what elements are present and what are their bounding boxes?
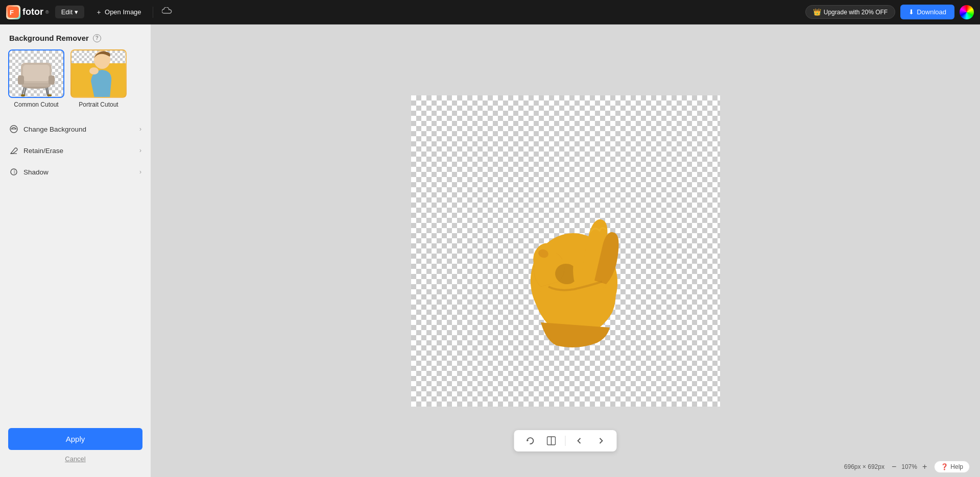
download-label: Download <box>917 8 946 16</box>
hand-image <box>495 154 648 348</box>
help-button[interactable]: ❓ Help <box>934 461 970 473</box>
help-circle-icon: ❓ <box>941 463 948 470</box>
shadow-icon <box>9 167 18 177</box>
image-dimensions: 696px × 692px <box>844 463 885 470</box>
common-cutout-thumb <box>8 49 64 98</box>
cutout-option-portrait[interactable]: Portrait Cutout <box>70 49 127 108</box>
help-label: Help <box>950 463 963 470</box>
undo-button[interactable] <box>522 434 538 447</box>
sidebar-spacer <box>0 185 151 422</box>
zoom-out-button[interactable]: − <box>890 461 898 472</box>
logo-trademark: ® <box>45 10 49 15</box>
download-icon: ⬇ <box>909 8 914 16</box>
menu-item-change-background[interactable]: Change Background › <box>0 118 151 140</box>
open-image-button[interactable]: ＋ Open Image <box>90 5 147 19</box>
svg-rect-9 <box>23 65 50 81</box>
sidebar: Background Remover ? <box>0 24 151 477</box>
sidebar-title-text: Background Remover <box>9 34 89 42</box>
download-button[interactable]: ⬇ Download <box>900 5 954 19</box>
retain-erase-icon <box>9 146 18 155</box>
topbar-divider <box>153 7 153 18</box>
change-bg-label: Change Background <box>23 125 86 133</box>
bottom-toolbar <box>514 430 617 451</box>
compare-button[interactable] <box>544 434 559 447</box>
svg-text:F: F <box>10 9 14 16</box>
canvas-area: 696px × 692px − 107% + ❓ Help <box>151 24 980 477</box>
shadow-label: Shadow <box>23 168 49 176</box>
portrait-cutout-thumb <box>70 49 127 98</box>
svg-rect-11 <box>49 76 55 85</box>
apply-button[interactable]: Apply <box>8 428 142 450</box>
topbar-right: 👑 Upgrade with 20% OFF ⬇ Download <box>805 5 974 19</box>
edit-label: Edit <box>61 8 73 16</box>
chevron-right-icon-3: › <box>139 168 141 175</box>
zoom-controls: − 107% + <box>890 461 929 472</box>
main-layout: Background Remover ? <box>0 24 980 477</box>
upgrade-button[interactable]: 👑 Upgrade with 20% OFF <box>805 5 895 19</box>
chevron-right-icon: › <box>139 125 141 133</box>
crown-icon: 👑 <box>813 8 821 16</box>
menu-item-shadow[interactable]: Shadow › <box>0 161 151 183</box>
status-bar: 696px × 692px − 107% + ❓ Help <box>844 461 970 473</box>
common-cutout-label: Common Cutout <box>14 101 58 108</box>
change-bg-icon <box>9 124 18 134</box>
forward-button[interactable] <box>593 434 609 447</box>
fotor-logo-icon: F <box>6 5 20 19</box>
help-icon[interactable]: ? <box>93 34 101 42</box>
topbar: F fotor® Edit ▾ ＋ Open Image 👑 Upgrade w… <box>0 0 980 24</box>
edit-chevron-icon: ▾ <box>75 8 78 16</box>
svg-rect-13 <box>47 94 52 96</box>
cutout-option-common[interactable]: Common Cutout <box>8 49 64 108</box>
cloud-button[interactable] <box>159 5 175 20</box>
zoom-in-button[interactable]: + <box>920 461 929 472</box>
logo: F fotor® <box>6 5 49 19</box>
menu-item-retain-erase[interactable]: Retain/Erase › <box>0 140 151 161</box>
back-button[interactable] <box>572 434 587 447</box>
portrait-cutout-label: Portrait Cutout <box>79 101 118 108</box>
cutout-options: Common Cutout <box>0 49 151 116</box>
open-image-label: Open Image <box>105 8 141 16</box>
zoom-level: 107% <box>901 463 917 470</box>
logo-text: fotor <box>22 7 43 17</box>
sidebar-title-area: Background Remover ? <box>0 24 151 49</box>
upgrade-label: Upgrade with 20% OFF <box>824 9 888 16</box>
edit-button[interactable]: Edit ▾ <box>55 6 84 18</box>
plus-icon: ＋ <box>95 8 102 17</box>
sidebar-menu: Change Background › Retain/Erase › <box>0 116 151 185</box>
chevron-right-icon-2: › <box>139 147 141 154</box>
canvas-container <box>411 95 720 407</box>
color-wheel-button[interactable] <box>960 5 974 19</box>
toolbar-divider <box>565 436 566 446</box>
sidebar-actions: Apply Cancel <box>0 422 151 472</box>
retain-erase-label: Retain/Erase <box>23 147 63 155</box>
svg-rect-12 <box>21 94 25 96</box>
svg-rect-10 <box>18 76 24 85</box>
svg-point-20 <box>89 67 99 74</box>
cancel-button[interactable]: Cancel <box>8 450 142 468</box>
